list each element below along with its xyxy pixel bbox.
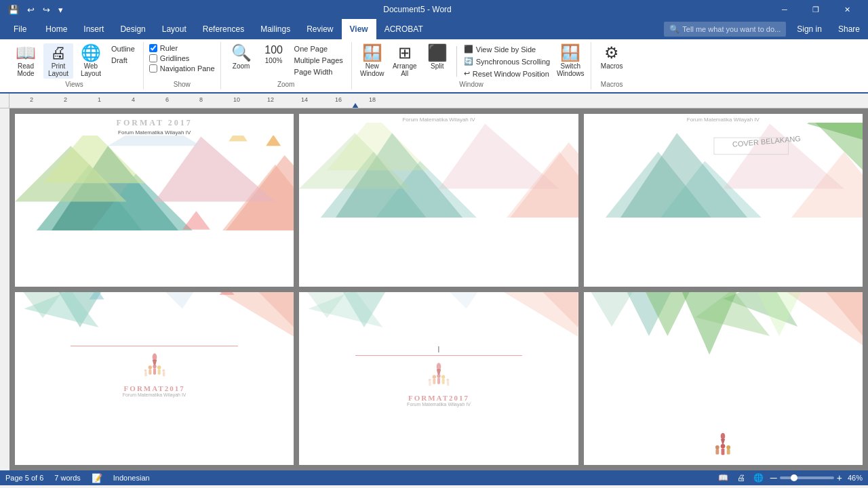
customize-icon[interactable]: ▾ [56, 3, 66, 16]
outline-button[interactable]: Outline [108, 43, 138, 54]
reset-icon: ↩ [464, 69, 470, 78]
tab-review[interactable]: Review [298, 19, 341, 39]
svg-point-88 [446, 378, 449, 381]
macros-button[interactable]: ⚙ Macros [597, 43, 627, 71]
svg-rect-13 [0, 108, 9, 470]
zoom-button[interactable]: 🔍 Zoom [226, 43, 256, 71]
print-layout-button[interactable]: 🖨 Print Layout [43, 43, 73, 79]
proofread-icon[interactable]: 📝 [92, 473, 102, 483]
ribbon-group-views: 📖 Read Mode 🖨 Print Layout 🌐 Web Layout … [5, 42, 144, 89]
svg-rect-0 [9, 94, 868, 108]
undo-icon[interactable]: ↩ [24, 3, 37, 16]
svg-text:2: 2 [64, 96, 67, 103]
status-right: 📖 🖨 🌐 ─ + 46% [717, 472, 863, 484]
navigation-pane-checkbox[interactable]: Navigation Pane [149, 64, 215, 73]
divider [456, 46, 457, 77]
zoom-group-label: Zoom [226, 79, 346, 88]
ribbon-search[interactable]: 🔍 Tell me what you want to do... [664, 22, 786, 37]
tab-references[interactable]: References [195, 19, 252, 39]
page4-forum-subtitle: Forum Matematika Wilayah IV [123, 392, 186, 397]
save-icon[interactable]: 💾 [5, 3, 22, 16]
ribbon-content: 📖 Read Mode 🖨 Print Layout 🌐 Web Layout … [0, 39, 868, 94]
draft-button[interactable]: Draft [108, 55, 138, 66]
page4-line [71, 346, 238, 346]
share-button[interactable]: Share [833, 23, 865, 35]
tab-mailings[interactable]: Mailings [252, 19, 298, 39]
svg-marker-38 [439, 124, 559, 189]
web-layout-button[interactable]: 🌐 Web Layout [76, 43, 106, 79]
page1-title: FORMAT 2017 [111, 114, 198, 129]
zoom-slider[interactable] [780, 476, 834, 479]
gridlines-checkbox[interactable]: Gridlines [149, 54, 215, 63]
synchronous-scrolling-button[interactable]: 🔄 Synchronous Scrolling [461, 56, 553, 67]
svg-rect-70 [163, 371, 165, 376]
language-indicator[interactable]: Indonesian [113, 474, 150, 482]
views-group-label: Views [11, 79, 138, 88]
macros-icon: ⚙ [604, 45, 619, 61]
svg-marker-24 [229, 136, 247, 141]
zoom-slider-thumb[interactable] [791, 474, 797, 481]
page1-subtitle: Forum Matematika Wilayah IV [118, 129, 191, 136]
multiple-pages-button[interactable]: Multiple Pages [292, 55, 346, 66]
navigation-check[interactable] [149, 64, 157, 73]
svg-point-84 [441, 375, 445, 378]
restore-button[interactable]: ❐ [800, 0, 831, 19]
tab-acrobat[interactable]: ACROBAT [376, 19, 431, 39]
ribbon-tab-bar: File Home Insert Design Layout Reference… [0, 19, 868, 39]
svg-rect-104 [722, 449, 725, 455]
switch-windows-button[interactable]: 🪟 Switch Windows [555, 43, 585, 79]
page5-cursor: | [438, 346, 439, 352]
tab-home[interactable]: Home [37, 19, 75, 39]
ruler-check[interactable] [149, 44, 157, 52]
doc-page-5[interactable]: | [299, 292, 578, 465]
zoom-100-button[interactable]: 100 100% [259, 43, 289, 66]
read-mode-button[interactable]: 📖 Read Mode [11, 43, 41, 79]
document-area[interactable]: FORMAT 2017 Forum Matematika Wilayah IV [9, 108, 868, 470]
doc-page-2: Forum Matematika Wilayah IV [299, 114, 578, 287]
zoom-plus-btn[interactable]: + [837, 472, 842, 483]
new-window-button[interactable]: 🪟 New Window [357, 43, 387, 79]
zoom-label: Zoom [233, 62, 250, 70]
page6-top [584, 292, 863, 361]
arrange-all-label: Arrange All [391, 62, 418, 77]
tab-insert[interactable]: Insert [75, 19, 112, 39]
page5-forum-subtitle: Forum Matematika Wilayah IV [407, 402, 471, 407]
page3-subtitle: Forum Matematika Wilayah IV [687, 114, 760, 123]
switch-windows-label: Switch Windows [557, 62, 585, 77]
doc-page-4[interactable]: FORMAT2017 Forum Matematika Wilayah IV [15, 292, 294, 465]
read-mode-status-btn[interactable]: 📖 [717, 472, 730, 484]
svg-rect-64 [153, 368, 156, 374]
svg-marker-21 [155, 137, 275, 202]
reset-window-button[interactable]: ↩ Reset Window Position [461, 68, 553, 79]
close-button[interactable]: ✕ [831, 0, 863, 19]
search-placeholder: Tell me what you want to do... [682, 25, 781, 33]
tab-file[interactable]: File [3, 19, 37, 39]
svg-rect-106 [727, 449, 730, 454]
ribbon-group-zoom: 🔍 Zoom 100 100% One Page Multiple Pages … [221, 42, 352, 89]
one-page-button[interactable]: One Page [292, 43, 346, 54]
page5-logo-area: FORMAT2017 Forum Matematika Wilayah IV [404, 357, 473, 466]
zoom-100-label: 100% [265, 57, 283, 64]
svg-rect-89 [447, 381, 449, 386]
gridlines-label: Gridlines [160, 54, 189, 62]
svg-point-63 [153, 365, 156, 368]
print-layout-status-btn[interactable]: 🖨 [735, 472, 747, 484]
arrange-all-button[interactable]: ⊞ Arrange All [390, 43, 420, 79]
gridlines-check[interactable] [149, 54, 157, 62]
view-side-by-side-button[interactable]: ⬛ View Side by Side [461, 43, 553, 55]
redo-icon[interactable]: ↪ [40, 3, 53, 16]
tab-view[interactable]: View [342, 19, 376, 39]
tab-design[interactable]: Design [112, 19, 153, 39]
status-bar: Page 5 of 6 7 words 📝 Indonesian 📖 🖨 🌐 ─… [0, 470, 868, 485]
tab-layout[interactable]: Layout [154, 19, 195, 39]
signin-button[interactable]: Sign in [791, 23, 827, 35]
split-icon: ⬛ [427, 45, 448, 61]
minimize-button[interactable]: ─ [769, 0, 800, 19]
split-button[interactable]: ⬛ Split [422, 43, 452, 71]
web-layout-status-btn[interactable]: 🌐 [753, 472, 765, 484]
page-width-button[interactable]: Page Width [292, 66, 346, 77]
new-window-label: New Window [359, 62, 386, 77]
zoom-minus-btn[interactable]: ─ [770, 472, 777, 483]
ruler-checkbox[interactable]: Ruler [149, 43, 215, 53]
main-area: FORMAT 2017 Forum Matematika Wilayah IV [0, 108, 868, 470]
